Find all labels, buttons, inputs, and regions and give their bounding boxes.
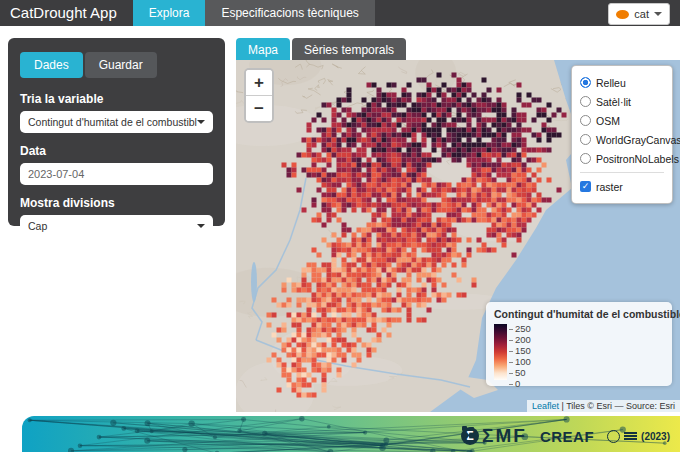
variable-select[interactable]: Contingut d'humitat de el combustible vi… xyxy=(20,111,213,133)
map-view-tabs: Mapa Sèries temporals xyxy=(236,38,406,62)
layer-radio-positronnolabels[interactable]: PositronNoLabels xyxy=(580,149,664,168)
legend-tick: 50 xyxy=(509,367,531,378)
language-flag-icon xyxy=(616,10,629,19)
radio-icon xyxy=(580,96,591,107)
footer-year: (2023) xyxy=(641,431,670,442)
tab-dades[interactable]: Dades xyxy=(20,52,83,78)
creaf-logo: CREAF xyxy=(540,428,594,445)
layer-label: OSM xyxy=(596,115,620,127)
legend-tick: 200 xyxy=(509,334,531,345)
leaflet-map[interactable]: + − Relleu Satèl·lit OSM WorldGrayCanvas… xyxy=(236,60,680,412)
layer-label: WorldGrayCanvas xyxy=(596,134,680,146)
radio-icon xyxy=(580,115,591,126)
divisions-label: Mostra divisions xyxy=(20,196,213,210)
legend-ticks: 250 200 150 100 50 0 xyxy=(509,323,531,381)
radio-selected-icon xyxy=(580,77,591,88)
language-selector[interactable]: cat xyxy=(608,3,670,25)
layers-separator xyxy=(580,172,664,173)
layer-radio-worldgraycanvas[interactable]: WorldGrayCanvas xyxy=(580,130,664,149)
badge-text-lines xyxy=(624,431,637,442)
footer-banner: Σ ΣMF CREAF (2023) xyxy=(22,416,680,452)
excellence-badge-logo: (2023) xyxy=(607,430,670,443)
legend-title: Contingut d'humitat de el combustible vi… xyxy=(494,308,664,320)
zoom-out-button[interactable]: − xyxy=(246,96,272,121)
legend-body: 250 200 150 100 50 0 xyxy=(494,324,664,381)
radio-icon xyxy=(580,153,591,164)
layer-label: PositronNoLabels xyxy=(596,153,679,165)
sidebar-tabs: Dades Guardar xyxy=(20,52,213,78)
chevron-down-icon xyxy=(197,120,205,124)
zoom-control: + − xyxy=(244,68,274,123)
layers-control: Relleu Satèl·lit OSM WorldGrayCanvas Pos… xyxy=(571,65,673,204)
legend-tick: 100 xyxy=(509,356,531,367)
layer-label: Relleu xyxy=(596,77,626,89)
date-label: Data xyxy=(20,144,213,158)
zoom-in-button[interactable]: + xyxy=(246,70,272,96)
checkbox-checked-icon: ✓ xyxy=(580,181,591,192)
radio-icon xyxy=(580,134,591,145)
date-field-wrap xyxy=(20,163,213,185)
legend-colorbar xyxy=(494,324,507,380)
divisions-select[interactable]: Cap xyxy=(20,215,213,237)
legend-tick: 0 xyxy=(509,378,531,389)
overlay-label: raster xyxy=(596,181,623,193)
legend-tick: 250 xyxy=(509,323,531,334)
layer-radio-osm[interactable]: OSM xyxy=(580,111,664,130)
map-legend: Contingut d'humitat de el combustible vi… xyxy=(486,302,672,386)
emf-logo-text: ΣMF xyxy=(482,425,527,447)
tab-mapa[interactable]: Mapa xyxy=(236,38,290,62)
layer-label: Satèl·lit xyxy=(596,96,631,108)
variable-selected-value: Contingut d'humitat de el combustible vi… xyxy=(28,116,197,128)
badge-circle-icon xyxy=(607,430,620,443)
nav-tab-explora[interactable]: Explora xyxy=(133,0,206,26)
attribution-text: | Tiles © Esri — Source: Esri xyxy=(559,401,675,411)
tab-guardar[interactable]: Guardar xyxy=(85,52,157,78)
creaf-logo-text: CREAF xyxy=(540,428,594,445)
tab-series-temporals[interactable]: Sèries temporals xyxy=(292,38,406,62)
leaflet-link[interactable]: Leaflet xyxy=(532,401,559,411)
nav-tab-especificacions[interactable]: Especificacions tècniques xyxy=(205,0,374,26)
language-value: cat xyxy=(634,8,649,20)
map-attribution: Leaflet | Tiles © Esri — Source: Esri xyxy=(527,400,680,412)
app-title: CatDrought App xyxy=(0,0,133,26)
footer-logos: Σ ΣMF CREAF (2023) xyxy=(461,425,670,447)
creaf-mark-icon xyxy=(461,425,476,440)
sidebar-panel: Dades Guardar Tria la variable Contingut… xyxy=(8,38,225,226)
chevron-down-icon xyxy=(197,224,205,228)
legend-tick: 150 xyxy=(509,345,531,356)
divisions-selected-value: Cap xyxy=(28,220,197,232)
overlay-checkbox-raster[interactable]: ✓ raster xyxy=(580,177,664,196)
date-input[interactable] xyxy=(28,168,205,180)
layer-radio-satellit[interactable]: Satèl·lit xyxy=(580,92,664,111)
top-navbar: CatDrought App Explora Especificacions t… xyxy=(0,0,680,26)
variable-label: Tria la variable xyxy=(20,92,213,106)
chevron-down-icon xyxy=(654,12,662,16)
layer-radio-relleu[interactable]: Relleu xyxy=(580,73,664,92)
